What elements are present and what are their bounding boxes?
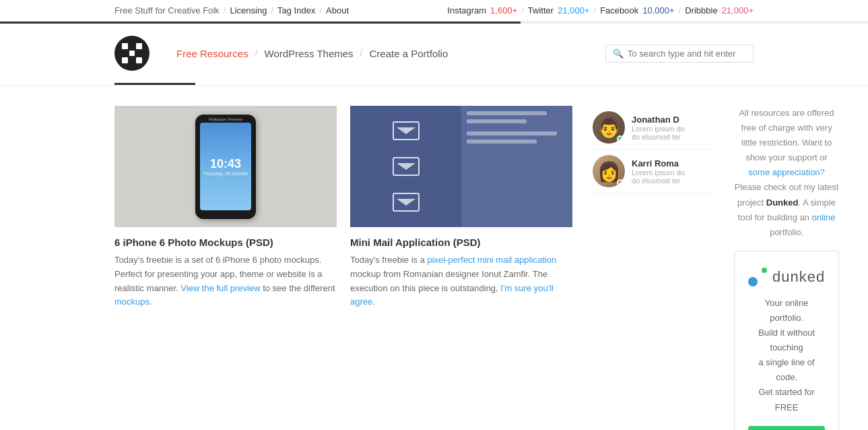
card-desc-iphone: Today's freebie is a set of 6 iPhone 6 p…	[114, 253, 337, 309]
logo-dot	[129, 57, 135, 63]
search-box[interactable]: 🔍	[605, 44, 754, 63]
mail-sidebar	[350, 106, 461, 227]
iphone-screen: 10:43 Thursday, 29 October	[200, 123, 251, 210]
facebook-label: Facebook	[600, 5, 638, 16]
user-info-jonathan: Jonathan D Lorem ipsum do do elusmod ter	[632, 115, 714, 141]
sep1: /	[224, 5, 226, 16]
card-link-preview[interactable]: View the full preview	[180, 283, 260, 293]
user-text-karri: Lorem ipsum do	[632, 168, 714, 177]
user-text-jonathan: Lorem ipsum do	[632, 125, 714, 133]
iphone-date: Thursday, 29 October	[203, 171, 248, 176]
dunked-tagline: Your online portfolio. Build it without …	[748, 296, 825, 415]
dunked-logo: dunked	[748, 268, 825, 286]
licensing-link[interactable]: Licensing	[230, 5, 267, 16]
logo-dot	[136, 57, 142, 63]
card-iphone: Wallpaper Preview 10:43 Thursday, 29 Oct…	[114, 106, 337, 309]
card-row: Wallpaper Preview 10:43 Thursday, 29 Oct…	[114, 106, 572, 309]
user-card-karri[interactable]: 👩 Karri Roma Lorem ipsum do do elusmod t…	[593, 150, 714, 193]
sidebar-link-online[interactable]: online	[812, 212, 836, 222]
active-tab-indicator	[114, 83, 195, 85]
mail-icon-2	[393, 157, 420, 176]
sidebar-link-appreciation[interactable]: some appreciation	[748, 167, 820, 177]
iphone-time: 10:43	[210, 157, 241, 171]
user-avatar-karri: 👩	[593, 155, 625, 187]
tagindex-link[interactable]: Tag Index	[277, 5, 315, 16]
user-text2-jonathan: do elusmod ter	[632, 133, 714, 141]
online-indicator-jonathan	[617, 135, 624, 142]
iphone-body: Wallpaper Preview 10:43 Thursday, 29 Oct…	[195, 115, 256, 219]
site-logo[interactable]	[114, 36, 149, 71]
card-link-pixel[interactable]: pixel-perfect mini mail application	[428, 255, 556, 265]
twitter-label: Twitter	[528, 5, 554, 16]
logo-dot	[129, 43, 135, 49]
dunked-get-started-button[interactable]: Get Started	[748, 426, 825, 430]
logo-dot	[122, 51, 128, 57]
logo-dot	[136, 51, 142, 57]
logo-dot	[136, 43, 142, 49]
mail-icon-1	[393, 121, 420, 140]
top-nav: Free Stuff for Creative Folk / Licensing…	[114, 5, 349, 16]
card-image-iphone[interactable]: Wallpaper Preview 10:43 Thursday, 29 Oct…	[114, 106, 337, 227]
sidebar-link-dunked[interactable]: Dunked	[766, 197, 799, 208]
user-text2-karri: do elusmod ter	[632, 177, 714, 185]
user-info-karri: Karri Roma Lorem ipsum do do elusmod ter	[632, 158, 714, 185]
card-image-mail[interactable]	[350, 106, 572, 227]
sidebar-info-text: All resources are offered free of charge…	[734, 106, 839, 240]
dunked-name: dunked	[772, 268, 825, 286]
sep2: /	[271, 5, 273, 16]
card-desc-mail: Today's freebie is a pixel-perfect mini …	[350, 253, 572, 309]
mail-mockup	[350, 106, 572, 227]
user-name-jonathan: Jonathan D	[632, 115, 714, 125]
top-bar: Free Stuff for Creative Folk / Licensing…	[0, 0, 868, 22]
main-nav: Free Resources / WordPress Themes / Crea…	[176, 48, 578, 59]
dunked-box: dunked Your online portfolio. Build it w…	[734, 251, 839, 430]
nav-wordpress-themes[interactable]: WordPress Themes	[265, 48, 354, 59]
right-sidebar: All resources are offered free of charge…	[734, 106, 839, 430]
iphone-mockup: Wallpaper Preview 10:43 Thursday, 29 Oct…	[114, 106, 337, 227]
instagram-count: 1,600+	[490, 5, 517, 16]
dribbble-label: Dribbble	[685, 5, 717, 16]
iphone-label: Wallpaper Preview	[209, 117, 242, 121]
nav-create-portfolio[interactable]: Create a Portfolio	[370, 48, 448, 59]
facebook-count: 10,000+	[642, 5, 674, 16]
dunked-icon	[748, 268, 767, 286]
card-title-iphone: 6 iPhone 6 Photo Mockups (PSD)	[114, 237, 337, 248]
search-icon: 🔍	[613, 49, 624, 59]
about-link[interactable]: About	[326, 5, 349, 16]
user-card-jonathan[interactable]: 👨 Jonathan D Lorem ipsum do do elusmod t…	[593, 106, 714, 150]
instagram-label: Instagram	[447, 5, 486, 16]
card-title-mail: Mini Mail Application (PSD)	[350, 237, 572, 248]
user-cards-column: 👨 Jonathan D Lorem ipsum do do elusmod t…	[593, 106, 714, 430]
main-content: Wallpaper Preview 10:43 Thursday, 29 Oct…	[0, 86, 868, 430]
user-avatar-jonathan: 👨	[593, 111, 625, 144]
online-indicator-karri	[617, 179, 624, 186]
card-link-mockups[interactable]: mockups	[114, 297, 149, 307]
social-links: Instagram 1,600+ / Twitter 21,000+ / Fac…	[447, 5, 754, 16]
logo-dot	[129, 51, 135, 57]
card-link-agree[interactable]: I'm sure you'll agree	[350, 283, 554, 307]
mail-icon-3	[393, 193, 420, 212]
nav-free-resources[interactable]: Free Resources	[176, 48, 248, 59]
cards-column: Wallpaper Preview 10:43 Thursday, 29 Oct…	[114, 106, 572, 430]
user-name-karri: Karri Roma	[632, 158, 714, 168]
header: Free Resources / WordPress Themes / Crea…	[0, 24, 868, 83]
logo-dot	[122, 43, 128, 49]
search-input[interactable]	[628, 49, 746, 59]
tagline: Free Stuff for Creative Folk	[114, 5, 220, 16]
twitter-count: 21,000+	[558, 5, 589, 16]
card-mail: Mini Mail Application (PSD) Today's free…	[350, 106, 572, 309]
sep3: /	[319, 5, 322, 16]
mail-right-panel	[461, 106, 572, 227]
dribbble-count: 21,000+	[722, 5, 754, 16]
logo-dot	[122, 57, 128, 63]
